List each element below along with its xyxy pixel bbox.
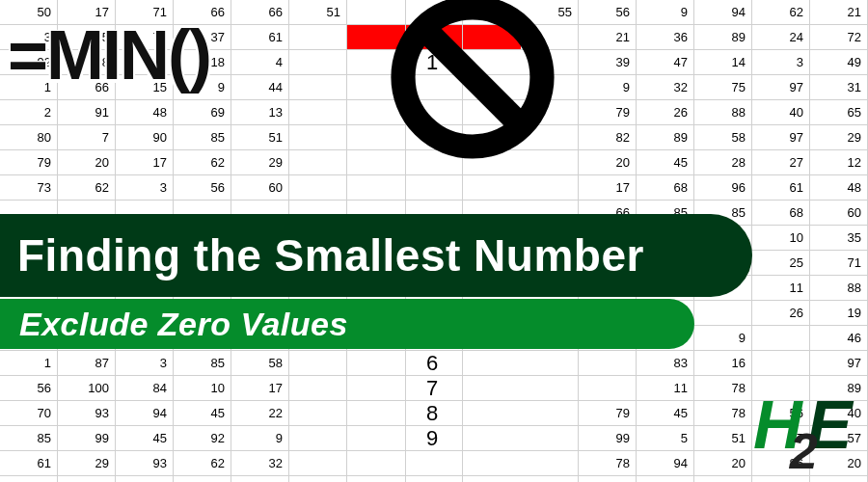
cell[interactable]: 61 xyxy=(752,175,810,201)
cell[interactable]: 13 xyxy=(231,100,289,125)
cell[interactable]: 2 xyxy=(0,100,58,125)
cell[interactable]: 56 xyxy=(0,376,58,401)
cell[interactable]: 85 xyxy=(174,125,231,150)
cell[interactable] xyxy=(289,150,347,175)
center-number-cell[interactable] xyxy=(347,351,405,376)
cell[interactable]: 83 xyxy=(637,351,694,376)
cell[interactable]: 92 xyxy=(174,426,231,451)
center-number-cell[interactable]: 7 xyxy=(405,376,463,401)
cell[interactable]: 45 xyxy=(637,150,694,175)
center-number-cell[interactable] xyxy=(347,426,405,451)
center-number-cell[interactable] xyxy=(463,476,521,482)
cell[interactable]: 75 xyxy=(694,75,752,100)
cell[interactable]: 39 xyxy=(579,50,637,75)
cell[interactable] xyxy=(289,175,347,201)
center-number-cell[interactable]: 6 xyxy=(405,351,463,376)
center-number-cell[interactable] xyxy=(463,426,521,451)
cell[interactable]: 80 xyxy=(0,125,58,150)
cell[interactable]: 12 xyxy=(810,150,868,175)
cell[interactable]: 27 xyxy=(752,150,810,175)
cell[interactable]: 56 xyxy=(579,0,637,25)
cell[interactable]: 51 xyxy=(231,125,289,150)
cell[interactable]: 70 xyxy=(0,401,58,426)
cell[interactable] xyxy=(289,50,347,75)
cell[interactable]: 68 xyxy=(637,175,694,201)
cell[interactable] xyxy=(289,125,347,150)
cell[interactable] xyxy=(521,451,579,476)
cell[interactable]: 17 xyxy=(116,150,174,175)
cell[interactable]: 29 xyxy=(579,476,637,482)
cell[interactable]: 94 xyxy=(694,0,752,25)
center-number-cell[interactable] xyxy=(347,476,405,482)
cell[interactable] xyxy=(694,301,752,326)
cell[interactable] xyxy=(289,476,347,482)
cell[interactable]: 58 xyxy=(231,351,289,376)
cell[interactable] xyxy=(289,426,347,451)
cell[interactable] xyxy=(289,25,347,50)
cell[interactable]: 61 xyxy=(231,25,289,50)
cell[interactable] xyxy=(521,175,579,201)
cell[interactable]: 47 xyxy=(637,50,694,75)
center-number-cell[interactable] xyxy=(463,351,521,376)
cell[interactable]: 19 xyxy=(810,301,868,326)
cell[interactable]: 58 xyxy=(694,125,752,150)
cell[interactable]: 29 xyxy=(810,125,868,150)
cell[interactable]: 1 xyxy=(231,476,289,482)
cell[interactable]: 20 xyxy=(58,150,116,175)
cell[interactable]: 46 xyxy=(810,326,868,351)
cell[interactable]: 5 xyxy=(637,426,694,451)
cell[interactable]: 88 xyxy=(694,100,752,125)
cell[interactable] xyxy=(752,476,810,482)
cell[interactable]: 60 xyxy=(810,201,868,226)
cell[interactable] xyxy=(579,376,637,401)
cell[interactable]: 51 xyxy=(289,0,347,25)
cell[interactable]: 44 xyxy=(231,75,289,100)
cell[interactable]: 79 xyxy=(0,150,58,175)
center-number-cell[interactable] xyxy=(347,376,405,401)
cell[interactable]: 10 xyxy=(752,226,810,251)
cell[interactable] xyxy=(752,326,810,351)
cell[interactable]: 53 xyxy=(810,476,868,482)
cell[interactable]: 62 xyxy=(174,451,231,476)
cell[interactable]: 45 xyxy=(116,426,174,451)
center-number-cell[interactable] xyxy=(463,175,521,201)
cell[interactable]: 26 xyxy=(637,100,694,125)
cell[interactable]: 84 xyxy=(116,376,174,401)
cell[interactable]: 48 xyxy=(116,100,174,125)
cell[interactable] xyxy=(752,351,810,376)
cell[interactable]: 20 xyxy=(579,150,637,175)
cell[interactable]: 88 xyxy=(810,276,868,301)
cell[interactable]: 91 xyxy=(58,100,116,125)
center-number-cell[interactable] xyxy=(463,376,521,401)
cell[interactable]: 16 xyxy=(694,351,752,376)
cell[interactable]: 78 xyxy=(579,451,637,476)
cell[interactable]: 82 xyxy=(579,125,637,150)
cell[interactable]: 93 xyxy=(58,401,116,426)
cell[interactable]: 3 xyxy=(116,175,174,201)
cell[interactable]: 99 xyxy=(58,426,116,451)
cell[interactable]: 11 xyxy=(637,376,694,401)
cell[interactable]: 93 xyxy=(116,451,174,476)
cell[interactable]: 97 xyxy=(752,75,810,100)
cell[interactable]: 20 xyxy=(694,451,752,476)
cell[interactable]: 85 xyxy=(174,351,231,376)
cell[interactable]: 69 xyxy=(174,100,231,125)
cell[interactable]: 26 xyxy=(752,301,810,326)
cell[interactable]: 48 xyxy=(810,175,868,201)
cell[interactable]: 78 xyxy=(694,376,752,401)
cell[interactable]: 3 xyxy=(752,50,810,75)
cell[interactable]: 21 xyxy=(579,25,637,50)
cell[interactable]: 61 xyxy=(0,451,58,476)
cell[interactable] xyxy=(289,451,347,476)
center-number-cell[interactable] xyxy=(405,476,463,482)
cell[interactable]: 9 xyxy=(637,0,694,25)
center-number-cell[interactable] xyxy=(405,175,463,201)
cell[interactable] xyxy=(521,401,579,426)
cell[interactable]: 87 xyxy=(58,351,116,376)
cell[interactable]: 11 xyxy=(752,276,810,301)
cell[interactable]: 56 xyxy=(174,175,231,201)
cell[interactable]: 49 xyxy=(174,476,231,482)
cell[interactable]: 71 xyxy=(810,251,868,276)
cell[interactable]: 89 xyxy=(637,125,694,150)
cell[interactable]: 97 xyxy=(810,351,868,376)
